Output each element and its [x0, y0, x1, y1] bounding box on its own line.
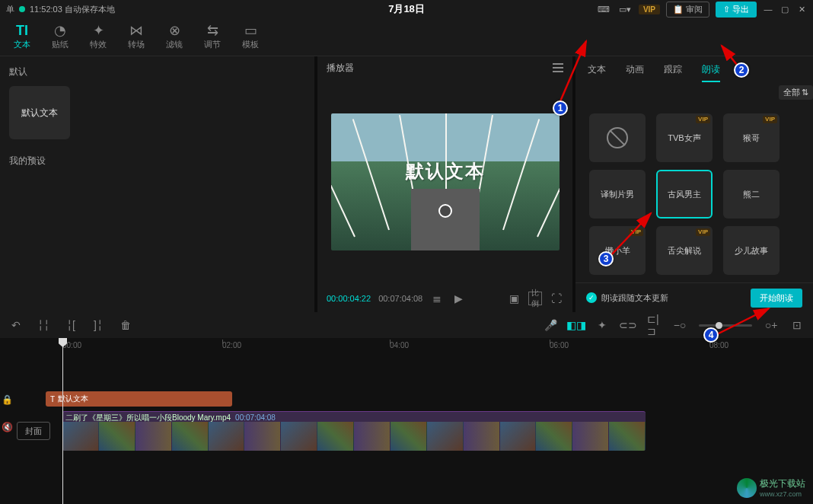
filter-icon: ⇅ [802, 88, 808, 97]
player-menu-icon[interactable] [553, 63, 563, 72]
tab-effects[interactable]: ✦特效 [79, 18, 117, 56]
voice-none[interactable] [589, 113, 646, 162]
timeline-ruler[interactable]: 00:00 02:00 04:00 06:00 08:00 [0, 338, 813, 356]
ruler-tick: 04:00 [390, 341, 409, 349]
playhead[interactable] [62, 338, 63, 504]
lock-track-icon[interactable]: 🔒 [2, 394, 13, 405]
video-preview: 默认文本 [331, 113, 560, 250]
tab-filter[interactable]: ⊗滤镜 [155, 18, 193, 56]
tab-transition[interactable]: ⋈转场 [117, 18, 155, 56]
zoom-out-icon[interactable]: −○ [673, 318, 687, 332]
voice-dubbed-male[interactable]: 译制片男 [589, 170, 646, 219]
watermark-logo-icon [737, 478, 757, 498]
default-text-preset[interactable]: 默认文本 [9, 86, 70, 139]
voice-kids-story[interactable]: 少儿故事 [723, 226, 780, 275]
zoom-in-icon[interactable]: ○+ [764, 318, 778, 332]
export-button[interactable]: ⇧ 导出 [716, 2, 757, 18]
undo-icon[interactable]: ↶ [9, 318, 23, 332]
player-viewport[interactable]: 默认文本 [317, 79, 572, 285]
check-icon: ✓ [586, 292, 597, 303]
voice-narrator[interactable]: VIP舌尖解说 [656, 226, 713, 275]
split-icon[interactable]: ╎╎ [37, 318, 50, 332]
vip-tag-icon: VIP [629, 228, 643, 236]
tab-template[interactable]: ▭模板 [231, 18, 269, 56]
inspector-tabs: 文本 动画 跟踪 朗读 [575, 56, 813, 83]
vip-tag-icon: VIP [763, 116, 777, 123]
tab-tracking[interactable]: 跟踪 [664, 63, 682, 76]
voice-tvb-female[interactable]: VIPTVB女声 [656, 113, 713, 162]
minimize-icon[interactable]: — [763, 4, 773, 14]
split-right-icon[interactable]: ]╎ [91, 318, 105, 332]
vip-tag-icon: VIP [696, 228, 710, 236]
tab-adjust[interactable]: ⇆调节 [193, 18, 231, 56]
player-controls: 00:00:04:22 00:07:04:08 ≣ ▶ ▣ 比例 ⛶ [317, 285, 572, 312]
link-icon[interactable]: ⊂⊃ [621, 318, 635, 332]
text-clip-icon: T [50, 395, 55, 404]
tab-sticker[interactable]: ◔贴纸 [41, 18, 79, 56]
duration: 00:07:04:08 [378, 294, 422, 303]
tab-text-props[interactable]: 文本 [588, 63, 606, 76]
autosave-indicator-icon [19, 6, 25, 12]
annotation-2: 2 [734, 62, 749, 78]
player-panel: 播放器 默认文本 00:00:04:22 00: [317, 56, 572, 312]
follow-text-checkbox[interactable]: ✓ 朗读跟随文本更新 [586, 292, 668, 304]
voice-ancient-male[interactable]: 古风男主 [656, 170, 713, 219]
inspector-panel: 文本 动画 跟踪 朗读 全部 ⇅ VIPTVB女声 VIP猴哥 译制片男 古风男… [575, 56, 813, 312]
ruler-tick: 06:00 [550, 341, 569, 349]
timeline-toolbar: ↶ ╎╎ ╎[ ]╎ 🗑 🎤 ◧◨ ✦ ⊂⊃ ⊏|⊐ −○ ○+ ⊡ [0, 312, 813, 338]
default-section-label: 默认 [9, 65, 305, 78]
my-presets-label: 我的预设 [9, 155, 305, 167]
timeline[interactable]: 00:00 02:00 04:00 06:00 08:00 🔒 T 默认文本 🔇… [0, 338, 813, 504]
filter-all-button[interactable]: 全部 ⇅ [779, 85, 813, 100]
tab-text[interactable]: TI文本 [3, 18, 41, 56]
vip-tag-icon: VIP [696, 116, 710, 123]
title-bar: 单 11:52:03 自动保存本地 7月18日 ⌨ ▭▾ VIP 📋 审阅 ⇧ … [0, 0, 813, 18]
fit-icon[interactable]: ⊡ [790, 318, 804, 332]
player-title: 播放器 [327, 62, 354, 75]
voice-bear2[interactable]: 熊二 [723, 170, 780, 219]
review-button[interactable]: 📋 审阅 [666, 2, 709, 18]
annotation-1: 1 [553, 100, 568, 116]
voice-lazy-sheep[interactable]: VIP懒小羊 [589, 226, 646, 275]
keyboard-icon[interactable]: ⌨ [596, 3, 611, 15]
mute-track-icon[interactable]: 🔇 [2, 422, 13, 432]
annotation-4: 4 [703, 327, 719, 343]
close-icon[interactable]: ✕ [796, 4, 807, 14]
snap-auto-icon[interactable]: ◧◨ [569, 318, 583, 332]
align-icon[interactable]: ⊏|⊐ [647, 318, 661, 332]
start-read-button[interactable]: 开始朗读 [751, 289, 802, 308]
current-time: 00:00:04:22 [327, 294, 371, 303]
layout-icon[interactable]: ▭▾ [617, 3, 633, 15]
text-clip[interactable]: T 默认文本 [46, 391, 232, 407]
project-title: 7月18日 [273, 2, 540, 16]
delete-icon[interactable]: 🗑 [119, 318, 132, 332]
asset-toolbar: TI文本 ◔贴纸 ✦特效 ⋈转场 ⊗滤镜 ⇆调节 ▭模板 [0, 18, 813, 56]
snapshot-icon[interactable]: ▣ [507, 292, 521, 305]
autosave-label: 11:52:03 自动保存本地 [30, 4, 115, 15]
asset-panel: 默认 默认文本 我的预设 [0, 56, 314, 312]
volume-waveform-icon[interactable]: ≣ [430, 292, 444, 305]
zoom-slider[interactable] [699, 324, 752, 327]
menu-button[interactable]: 单 [6, 4, 14, 15]
cover-button[interactable]: 封面 [17, 422, 50, 440]
watermark: 极光下载站www.xz7.com [737, 477, 805, 498]
rotate-handle-icon[interactable] [438, 204, 452, 218]
video-clip[interactable]: 二刷了《星期三》所以唱一小段Bloody Mary.mp400:07:04:08 [62, 411, 646, 451]
mic-icon[interactable]: 🎤 [544, 318, 557, 332]
preview-icon[interactable]: ✦ [595, 318, 609, 332]
tab-read-aloud[interactable]: 朗读 [702, 63, 720, 76]
vip-badge[interactable]: VIP [639, 5, 660, 14]
play-button[interactable]: ▶ [451, 292, 465, 305]
ratio-button[interactable]: 比例 [528, 292, 542, 305]
ruler-tick: 02:00 [222, 341, 241, 349]
annotation-3: 3 [598, 251, 614, 266]
fullscreen-icon[interactable]: ⛶ [550, 292, 563, 305]
tab-animation[interactable]: 动画 [626, 63, 644, 76]
maximize-icon[interactable]: ▢ [780, 4, 790, 14]
split-left-icon[interactable]: ╎[ [64, 318, 78, 332]
voice-monkey[interactable]: VIP猴哥 [723, 113, 780, 162]
overlay-text[interactable]: 默认文本 [406, 159, 485, 183]
